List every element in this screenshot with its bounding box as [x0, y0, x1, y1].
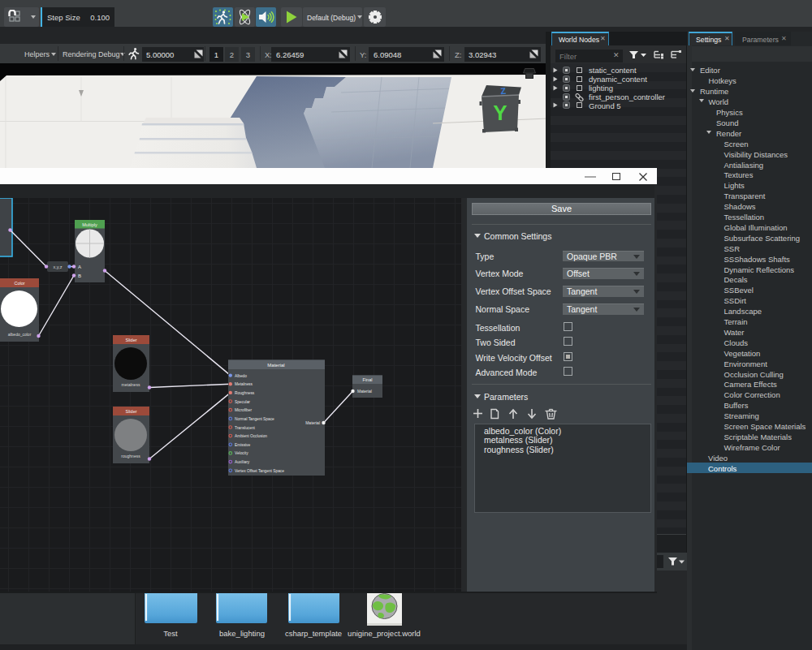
- svg-text:Emissive: Emissive: [235, 443, 251, 447]
- svg-text:Microfiber: Microfiber: [235, 408, 252, 412]
- svg-text:Velocity: Velocity: [235, 451, 248, 455]
- svg-text:albedo_color: albedo_color: [8, 332, 32, 337]
- svg-text:Specular: Specular: [235, 400, 250, 404]
- svg-text:Auxiliary: Auxiliary: [235, 460, 250, 464]
- svg-text:Normal Tangent Space: Normal Tangent Space: [235, 417, 274, 421]
- svg-text:roughness: roughness: [121, 454, 140, 458]
- svg-text:Material: Material: [267, 363, 284, 368]
- svg-text:Color: Color: [14, 281, 24, 286]
- svg-text:B: B: [78, 273, 81, 278]
- svg-text:metalness: metalness: [122, 382, 140, 387]
- svg-text:Final: Final: [363, 377, 373, 382]
- svg-text:Slider: Slider: [125, 338, 136, 342]
- svg-text:Albedo: Albedo: [235, 374, 247, 378]
- svg-text:A: A: [78, 265, 81, 269]
- svg-text:Material: Material: [357, 389, 372, 394]
- svg-text:Y: Y: [493, 101, 507, 125]
- svg-text:Ambient Occlusion: Ambient Occlusion: [235, 434, 267, 438]
- svg-text:Translucent: Translucent: [235, 426, 256, 430]
- svg-text:Slider: Slider: [125, 409, 136, 414]
- svg-text:Vertex Offset Tangent Space: Vertex Offset Tangent Space: [235, 469, 284, 473]
- svg-text:Multiply: Multiply: [82, 222, 97, 227]
- svg-text:Z: Z: [500, 86, 507, 97]
- svg-text:Material: Material: [305, 420, 320, 425]
- svg-text:Metalness: Metalness: [235, 382, 253, 386]
- svg-text:x,y,z: x,y,z: [54, 265, 63, 269]
- svg-text:Roughness: Roughness: [235, 391, 255, 395]
